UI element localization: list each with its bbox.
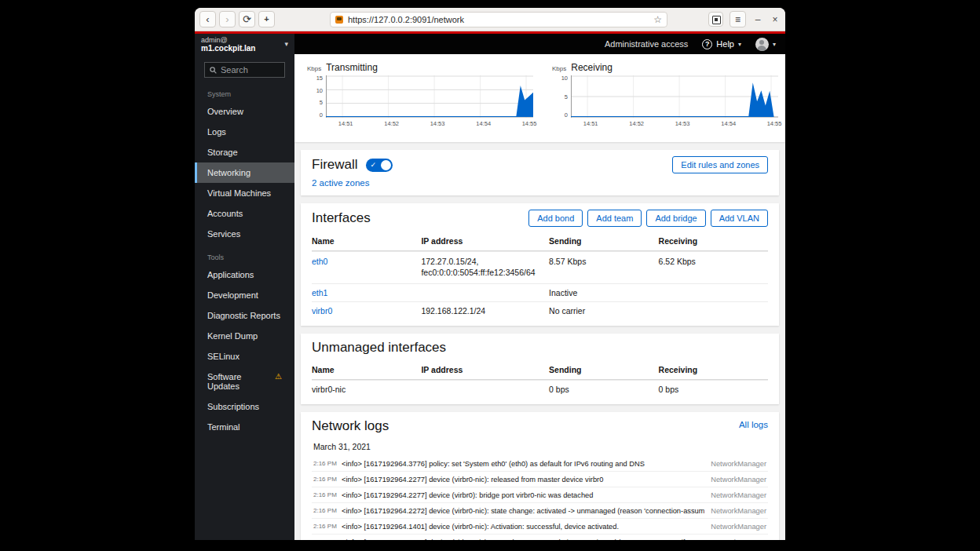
sidebar-item-subscriptions[interactable]: Subscriptions <box>195 396 294 417</box>
log-row[interactable]: 2:16 PM <info> [1617192964.2277] device … <box>312 487 768 503</box>
sidebar-item-selinux[interactable]: SELinux <box>195 346 294 367</box>
host-user-label: admin@ <box>201 36 284 44</box>
masthead: admin@ m1.cockpit.lan ▾ Administrative a… <box>195 34 785 54</box>
interface-name: virbr0-nic <box>312 384 421 395</box>
sidebar-item-development[interactable]: Development <box>195 285 294 305</box>
sending-cell: 0 bps <box>549 384 658 395</box>
table-row: virbr0-nic 0 bps 0 bps <box>312 380 768 398</box>
browser-menu-button[interactable]: ≡ <box>730 11 746 27</box>
table-header-row: Name IP address Sending Receiving <box>312 232 768 251</box>
admin-access-label[interactable]: Administrative access <box>605 39 688 49</box>
log-message: <info> [1617192964.3776] policy: set 'Sy… <box>342 460 704 468</box>
sidebar-item-storage[interactable]: Storage <box>195 142 294 162</box>
help-icon: ? <box>702 39 712 49</box>
add-team-button[interactable]: Add team <box>587 210 642 227</box>
ip-cell: 192.168.122.1/24 <box>421 305 549 316</box>
help-menu[interactable]: ? Help ▾ <box>702 39 741 49</box>
site-security-icon[interactable] <box>335 16 343 24</box>
log-time: 2:16 PM <box>313 491 342 498</box>
ip-line: fec0:0:0:0:5054:ff:fe12:3456/64 <box>421 267 549 278</box>
y-axis-labels: 1050 <box>552 75 571 118</box>
traffic-charts-card: Kbps Transmitting 151050 14:5114:5214:53… <box>294 54 785 142</box>
log-row[interactable]: 2:16 PM <info> [1617192964.1394] device … <box>312 535 768 540</box>
bookmark-star-icon[interactable]: ☆ <box>653 14 662 25</box>
column-header-ip: IP address <box>421 364 549 375</box>
nav-section-tools: Tools <box>195 244 294 265</box>
table-header-row: Name IP address Sending Receiving <box>312 360 768 380</box>
unmanaged-interfaces-card: Unmanaged interfaces Name IP address Sen… <box>301 334 779 404</box>
receiving-cell: 6.52 Kbps <box>659 256 768 267</box>
browser-downloads-icon[interactable] <box>708 12 723 27</box>
browser-back-button[interactable]: ‹ <box>199 11 216 27</box>
browser-forward-button[interactable]: › <box>219 11 236 27</box>
browser-address-bar[interactable]: https://127.0.0.2:9091/network ☆ <box>330 12 667 27</box>
chart-title: Transmitting <box>326 62 378 73</box>
column-header-ip: IP address <box>421 235 549 246</box>
sidebar-item-logs[interactable]: Logs <box>195 122 294 142</box>
chart-unit-label: Kbps <box>307 65 321 72</box>
sidebar-item-networking[interactable]: Networking <box>195 162 294 183</box>
host-labels: admin@ m1.cockpit.lan <box>201 36 284 53</box>
browser-reload-button[interactable]: ⟳ <box>239 11 255 27</box>
add-bridge-button[interactable]: Add bridge <box>646 210 705 227</box>
sidebar-item-virtual-machines[interactable]: Virtual Machines <box>195 183 294 203</box>
ip-cell: 172.27.0.15/24, fec0:0:0:0:5054:ff:fe12:… <box>421 256 549 278</box>
interfaces-actions: Add bond Add team Add bridge Add VLAN <box>528 210 768 227</box>
desktop-background: ‹ › ⟳ + https://127.0.0.2:9091/network ☆… <box>0 0 980 551</box>
edit-rules-zones-button[interactable]: Edit rules and zones <box>672 156 768 173</box>
table-row: eth1 Inactive <box>312 283 768 301</box>
interface-link-virbr0[interactable]: virbr0 <box>312 306 332 316</box>
url-text: https://127.0.0.2:9091/network <box>348 15 649 24</box>
x-axis-labels: 14:5114:5214:5314:5414:55 <box>574 118 781 127</box>
toggle-knob <box>381 160 391 170</box>
log-message: <info> [1617192964.1394] device (virbr0-… <box>342 538 704 541</box>
log-row[interactable]: 2:16 PM <info> [1617192964.1401] device … <box>312 519 768 535</box>
active-zones-link[interactable]: 2 active zones <box>312 178 370 188</box>
table-row: eth0 172.27.0.15/24, fec0:0:0:0:5054:ff:… <box>312 251 768 283</box>
add-vlan-button[interactable]: Add VLAN <box>711 210 768 227</box>
sidebar-item-services[interactable]: Services <box>195 224 294 244</box>
all-logs-link[interactable]: All logs <box>739 420 768 429</box>
unmanaged-title: Unmanaged interfaces <box>312 340 446 355</box>
interfaces-title: Interfaces <box>312 210 371 226</box>
interface-link-eth0[interactable]: eth0 <box>312 257 327 266</box>
log-service: NetworkManager <box>711 476 766 483</box>
firewall-title: Firewall <box>312 157 358 173</box>
sidebar-item-applications[interactable]: Applications <box>195 265 294 285</box>
log-service: NetworkManager <box>711 523 766 531</box>
sidebar-item-overview[interactable]: Overview <box>195 101 294 122</box>
browser-new-tab-button[interactable]: + <box>258 11 275 27</box>
receiving-chart: Kbps Receiving 1050 14:5114:5214:5314:54… <box>552 62 784 142</box>
sidebar-item-accounts[interactable]: Accounts <box>195 203 294 224</box>
host-switcher[interactable]: admin@ m1.cockpit.lan ▾ <box>195 34 294 54</box>
sidebar-item-software-updates[interactable]: ⚠ Software Updates <box>195 367 294 396</box>
warning-icon: ⚠ <box>275 372 282 381</box>
interface-link-eth1[interactable]: eth1 <box>312 288 327 297</box>
browser-window: ‹ › ⟳ + https://127.0.0.2:9091/network ☆… <box>195 8 785 540</box>
search-input[interactable]: Search <box>204 62 285 78</box>
log-time: 2:16 PM <box>313 476 342 483</box>
column-header-receiving: Receiving <box>659 235 768 246</box>
add-bond-button[interactable]: Add bond <box>528 210 583 227</box>
receiving-cell: 0 bps <box>659 384 768 395</box>
help-label: Help <box>716 39 734 49</box>
y-axis-labels: 151050 <box>307 75 326 118</box>
column-header-name: Name <box>312 364 421 375</box>
firewall-toggle[interactable]: ✓ <box>366 159 393 172</box>
sidebar-item-kernel-dump[interactable]: Kernel Dump <box>195 326 294 346</box>
log-row[interactable]: 2:16 PM <info> [1617192964.2277] device … <box>312 472 768 487</box>
sidebar-item-terminal[interactable]: Terminal <box>195 417 294 437</box>
chart-unit-label: Kbps <box>552 65 566 72</box>
log-message: <info> [1617192964.2272] device (virbr0-… <box>342 507 704 515</box>
user-menu[interactable]: ▾ <box>755 38 776 51</box>
sidebar-item-diagnostic-reports[interactable]: Diagnostic Reports <box>195 305 294 326</box>
unmanaged-table: Name IP address Sending Receiving virbr0… <box>312 360 768 398</box>
window-close-button[interactable]: × <box>770 14 781 25</box>
receiving-plot-area <box>571 75 778 118</box>
sidebar: Search System Overview Logs Storage Netw… <box>195 54 294 540</box>
log-row[interactable]: 2:16 PM <info> [1617192964.3776] policy:… <box>312 456 768 472</box>
window-minimize-button[interactable]: – <box>752 14 763 25</box>
column-header-sending: Sending <box>549 364 658 375</box>
search-icon <box>210 67 217 74</box>
log-row[interactable]: 2:16 PM <info> [1617192964.2272] device … <box>312 503 768 519</box>
